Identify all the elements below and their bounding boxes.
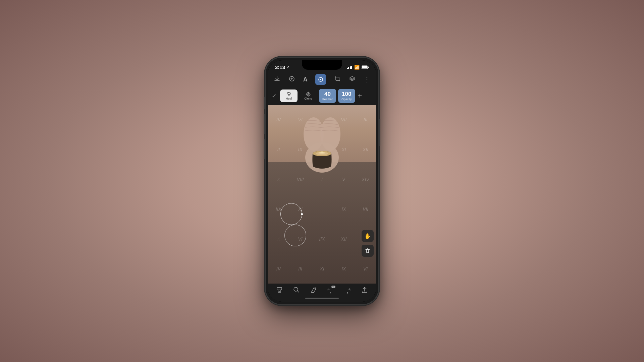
heal-icon (286, 92, 291, 97)
svg-rect-2 (368, 67, 369, 68)
retouch-button[interactable] (310, 286, 317, 294)
more-icon[interactable]: ⋮ (364, 75, 370, 83)
signal-bar-2 (348, 67, 349, 69)
rn-18 (311, 194, 333, 224)
phone-inner: 3:13 ↗ 📶 (268, 60, 376, 302)
share-icon (361, 286, 368, 294)
hand-icon: ✋ (364, 233, 371, 239)
opacity-label: Opacity (341, 98, 352, 101)
canvas-background: IV VI VII III II IX XI XII X VIII I V (268, 105, 376, 284)
opacity-value: 100 (342, 91, 351, 98)
rn-26: IV (268, 254, 289, 284)
status-icons: 📶 (347, 65, 369, 70)
opacity-button[interactable]: 100 Opacity (338, 89, 355, 103)
power-button[interactable] (379, 119, 380, 146)
signal-bar-4 (351, 66, 352, 69)
clone-label: Clone (304, 97, 312, 100)
feather-label: Feather (322, 98, 333, 101)
search-icon (293, 286, 300, 294)
history-button[interactable]: 14 (327, 286, 334, 294)
signal-bar-3 (350, 66, 351, 69)
feather-value: 40 (324, 91, 331, 98)
text-icon[interactable]: A (303, 76, 308, 83)
heal-label: Heal (286, 97, 292, 100)
rn-15: XIV (355, 165, 376, 194)
home-indicator (268, 295, 376, 302)
healing-icon[interactable] (288, 75, 295, 84)
volume-up-button[interactable] (264, 114, 265, 134)
delete-button[interactable] (362, 245, 374, 257)
download-icon[interactable] (274, 75, 280, 84)
rn-20: VII (355, 194, 376, 224)
trash-icon (365, 248, 371, 254)
notch (302, 60, 342, 70)
coffee-cup-scene (295, 114, 349, 188)
crop-icon[interactable] (334, 75, 341, 84)
heal-button[interactable]: Heal (280, 89, 298, 102)
time-display: 3:13 (275, 64, 285, 70)
brush-dot (301, 213, 303, 215)
check-button[interactable]: ✓ (272, 92, 277, 100)
brush-circle-1 (280, 203, 302, 225)
svg-rect-1 (362, 66, 367, 68)
rn-19: IX (333, 194, 355, 224)
rn-24: XII (333, 224, 355, 254)
rn-27: III (289, 254, 311, 284)
bottom-toolbar: 14 (268, 284, 376, 295)
phone-frame: 3:13 ↗ 📶 (265, 57, 379, 305)
wifi-icon: 📶 (354, 65, 360, 70)
canvas-area[interactable]: IV VI VII III II IX XI XII X VIII I V (268, 105, 376, 284)
rn-1: IV (268, 105, 289, 135)
screen: 3:13 ↗ 📶 (268, 60, 376, 302)
hand-tool-button[interactable]: ✋ (362, 230, 374, 242)
rn-6: II (268, 135, 289, 165)
history-badge: 14 (331, 286, 335, 288)
brush-circle-2 (284, 225, 306, 246)
float-buttons: ✋ (362, 230, 374, 257)
store-icon (276, 286, 283, 294)
rn-5: III (355, 105, 376, 135)
svg-point-16 (320, 152, 324, 153)
search-button[interactable] (293, 286, 300, 294)
rn-30: VI (355, 254, 376, 284)
status-time: 3:13 ↗ (275, 64, 289, 70)
share-button[interactable] (361, 286, 368, 294)
svg-point-8 (308, 94, 309, 95)
rn-10: XII (355, 135, 376, 165)
redo-icon (344, 286, 351, 294)
clone-icon (306, 92, 311, 97)
rn-11: X (268, 165, 289, 194)
home-bar (305, 298, 339, 299)
top-toolbar: A (268, 72, 376, 87)
rn-23: IIX (311, 224, 333, 254)
add-size-button[interactable]: + (358, 92, 362, 100)
brush-icon (310, 286, 317, 294)
rn-28: XI (311, 254, 333, 284)
svg-point-7 (307, 93, 310, 96)
location-icon: ↗ (286, 65, 289, 69)
clone-button[interactable]: Clone (300, 89, 317, 102)
feather-button[interactable]: 40 Feather (319, 89, 336, 103)
svg-point-17 (294, 287, 298, 291)
redo-button[interactable] (344, 286, 351, 294)
signal-bar-1 (347, 68, 348, 69)
svg-point-5 (320, 79, 321, 80)
battery-icon (362, 65, 369, 69)
rn-29: IX (333, 254, 355, 284)
svg-rect-6 (288, 94, 290, 96)
tool-options-bar: ✓ Heal Clon (268, 87, 376, 105)
layers-icon[interactable] (349, 75, 356, 84)
volume-down-button[interactable] (264, 139, 265, 159)
retouching-icon-active[interactable] (315, 74, 326, 85)
store-button[interactable] (276, 286, 283, 294)
signal-bars (347, 66, 353, 69)
